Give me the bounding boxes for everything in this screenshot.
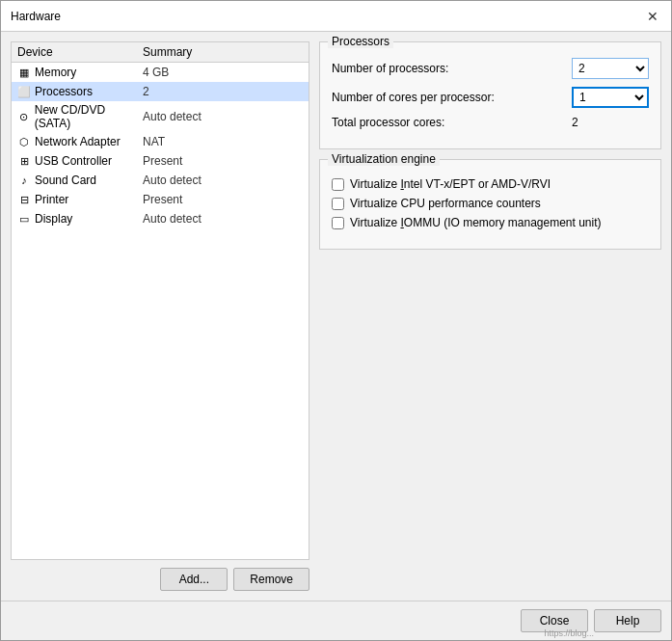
hardware-window: Hardware ✕ Device Summary ▦Memory4 GB⬜Pr… [0, 0, 672, 641]
help-button[interactable]: Help [594, 609, 661, 632]
vt_x-label: Virtualize Intel VT-x/EPT or AMD-V/RVI [350, 177, 551, 191]
title-bar: Hardware ✕ [1, 1, 671, 32]
network-name: Network Adapter [35, 135, 121, 148]
header-summary-col: Summary [143, 45, 192, 59]
device-row-processors[interactable]: ⬜Processors2 [12, 82, 309, 101]
footer: https://blog... Close Help [1, 601, 671, 640]
display-name: Display [35, 212, 72, 226]
virtualization-options: Virtualize Intel VT-x/EPT or AMD-V/RVIVi… [332, 177, 649, 229]
device-list-header: Device Summary [12, 42, 309, 63]
vt_x-checkbox[interactable] [332, 178, 344, 191]
watermark: https://blog... [544, 628, 594, 638]
memory-name: Memory [35, 66, 76, 79]
usb-icon: ⊞ [17, 154, 31, 168]
network-summary: NAT [143, 135, 165, 148]
processors-section: Processors Number of processors: 1248 Nu… [319, 41, 661, 149]
right-panel: Processors Number of processors: 1248 Nu… [319, 41, 661, 591]
device-row-memory[interactable]: ▦Memory4 GB [12, 63, 309, 82]
perf_counters-checkbox[interactable] [332, 198, 344, 210]
device-row-network[interactable]: ⬡Network AdapterNAT [12, 132, 309, 151]
device-row-display[interactable]: ▭DisplayAuto detect [12, 209, 309, 228]
device-list: Device Summary ▦Memory4 GB⬜Processors2⊙N… [11, 41, 309, 560]
virt-option-vt_x: Virtualize Intel VT-x/EPT or AMD-V/RVI [332, 177, 649, 191]
printer-summary: Present [143, 193, 182, 206]
iommu-label: Virtualize IOMMU (IO memory management u… [350, 216, 602, 229]
usb-name: USB Controller [35, 154, 112, 168]
cdvd-icon: ⊙ [17, 110, 31, 123]
sound-name: Sound Card [35, 174, 96, 187]
usb-summary: Present [143, 154, 182, 168]
printer-name: Printer [35, 193, 68, 206]
total-cores-row: Total processor cores: 2 [332, 116, 649, 129]
processors-summary: 2 [143, 85, 149, 98]
cores-per-processor-select[interactable]: 1248 [572, 87, 649, 108]
network-icon: ⬡ [17, 135, 31, 148]
perf_counters-label: Virtualize CPU performance counters [350, 197, 541, 210]
cdvd-name: New CD/DVD (SATA) [35, 103, 143, 130]
processors-icon: ⬜ [17, 85, 31, 98]
num-processors-row: Number of processors: 1248 [332, 58, 649, 79]
window-title: Hardware [11, 10, 61, 23]
left-panel: Device Summary ▦Memory4 GB⬜Processors2⊙N… [11, 41, 309, 591]
display-icon: ▭ [17, 212, 31, 226]
cores-per-processor-label: Number of cores per processor: [332, 91, 572, 104]
sound-summary: Auto detect [143, 174, 202, 187]
device-row-printer[interactable]: ⊟PrinterPresent [12, 190, 309, 209]
display-summary: Auto detect [143, 212, 202, 226]
add-device-button[interactable]: Add... [160, 568, 228, 591]
total-cores-value: 2 [572, 116, 649, 129]
close-window-button[interactable]: ✕ [644, 8, 661, 25]
virtualization-section: Virtualization engine Virtualize Intel V… [319, 159, 661, 250]
memory-summary: 4 GB [143, 66, 169, 79]
cdvd-summary: Auto detect [143, 110, 202, 123]
header-device-col: Device [17, 45, 143, 59]
printer-icon: ⊟ [17, 193, 31, 206]
remove-device-button[interactable]: Remove [233, 568, 309, 591]
sound-icon: ♪ [17, 174, 31, 187]
processors-section-title: Processors [328, 35, 393, 48]
total-cores-label: Total processor cores: [332, 116, 572, 129]
processors-name: Processors [35, 85, 93, 98]
iommu-checkbox[interactable] [332, 217, 344, 229]
cores-per-processor-row: Number of cores per processor: 1248 [332, 87, 649, 108]
device-row-usb[interactable]: ⊞USB ControllerPresent [12, 151, 309, 171]
device-row-cdvd[interactable]: ⊙New CD/DVD (SATA)Auto detect [12, 101, 309, 132]
memory-icon: ▦ [17, 66, 31, 79]
num-processors-label: Number of processors: [332, 62, 572, 75]
device-row-sound[interactable]: ♪Sound CardAuto detect [12, 171, 309, 190]
virt-option-perf_counters: Virtualize CPU performance counters [332, 197, 649, 210]
num-processors-select[interactable]: 1248 [572, 58, 649, 79]
main-content: Device Summary ▦Memory4 GB⬜Processors2⊙N… [1, 32, 671, 601]
virtualization-section-title: Virtualization engine [328, 152, 440, 166]
left-panel-buttons: Add... Remove [11, 568, 309, 591]
device-rows-container: ▦Memory4 GB⬜Processors2⊙New CD/DVD (SATA… [12, 63, 309, 228]
virt-option-iommu: Virtualize IOMMU (IO memory management u… [332, 216, 649, 229]
